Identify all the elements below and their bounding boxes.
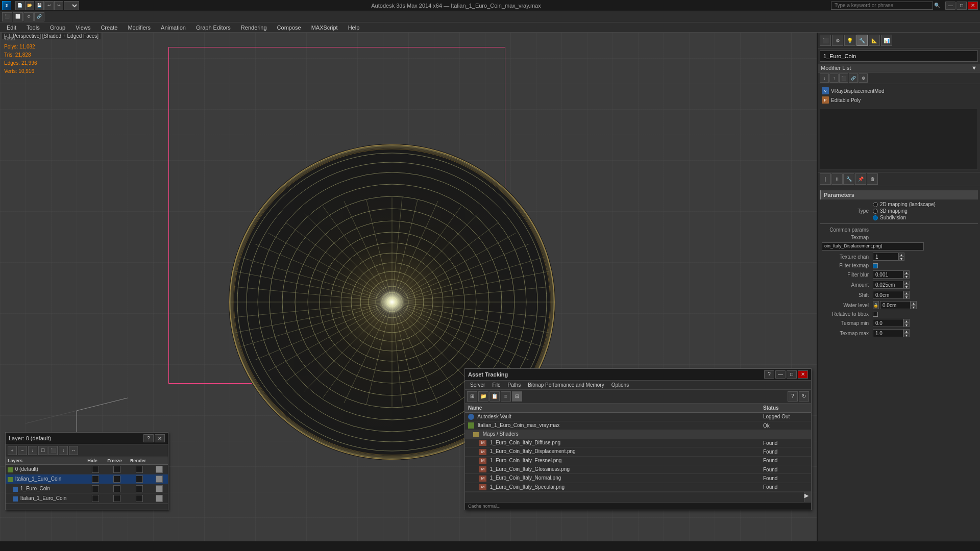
panel-icon-5[interactable]: 📐 [869, 35, 880, 46]
menu-views[interactable]: Views [71, 23, 95, 32]
filter-blur-spin-btns[interactable]: ▲ ▼ [903, 270, 910, 279]
menu-help[interactable]: Help [344, 23, 364, 32]
asset-tb-btn-5[interactable]: ⊟ [512, 391, 522, 402]
panel-icon-1[interactable]: ⬛ [820, 35, 831, 46]
modifier-editable-poly[interactable]: P Editable Poly [820, 95, 978, 105]
layer-tb-new[interactable]: + [8, 446, 17, 455]
layer-freeze-3[interactable] [113, 495, 120, 502]
asset-tb-btn-1[interactable]: ⊞ [467, 391, 477, 402]
shift-down[interactable]: ▼ [903, 295, 910, 299]
amount-down[interactable]: ▼ [903, 285, 910, 289]
type-3d-mapping[interactable]: 3D mapping [873, 208, 936, 214]
close-button[interactable]: ✕ [968, 2, 978, 10]
layer-extra-0[interactable] [156, 466, 163, 473]
asset-menu-server[interactable]: Server [467, 382, 488, 388]
mod-sub-icon-3[interactable]: ⬛ [839, 73, 848, 83]
amount-spin-btns[interactable]: ▲ ▼ [903, 281, 910, 289]
asset-row-diffuse[interactable]: M 1_Euro_Coin_Italy_Diffuse.png Found [465, 438, 811, 447]
action-icon-5[interactable]: 🗑 [867, 173, 878, 185]
asset-refresh-icon[interactable]: ↻ [799, 391, 809, 402]
texmap-min-up[interactable]: ▲ [903, 319, 910, 323]
layer-extra-2[interactable] [156, 485, 163, 492]
action-icon-2[interactable]: ⏸ [831, 173, 843, 185]
filter-blur-up[interactable]: ▲ [903, 270, 910, 274]
modifier-list-dropdown-icon[interactable]: ▼ [971, 65, 977, 71]
texmap-max-spinner[interactable]: ▲ ▼ [873, 329, 910, 337]
layer-tb-select[interactable]: ☐ [38, 446, 47, 455]
asset-scroll-right[interactable]: ▶ [804, 492, 811, 502]
texture-chan-down[interactable]: ▼ [898, 257, 904, 261]
texmap-min-spinner[interactable]: ▲ ▼ [873, 319, 910, 327]
texmap-max-down[interactable]: ▼ [903, 333, 910, 337]
menu-rendering[interactable]: Rendering [236, 23, 272, 32]
relative-bbox-checkbox[interactable] [873, 312, 878, 317]
layer-row-2[interactable]: 1_Euro_Coin [6, 484, 168, 494]
asset-menu-paths[interactable]: Paths [505, 382, 524, 388]
layer-render-0[interactable] [136, 466, 143, 473]
asset-close-button[interactable]: ✕ [798, 370, 808, 379]
water-level-down[interactable]: ▼ [911, 305, 917, 309]
texture-chan-input[interactable] [873, 253, 898, 261]
water-level-spin-btns[interactable]: ▲ ▼ [911, 301, 917, 309]
toolbar-icon-4[interactable]: 🔗 [34, 12, 44, 21]
asset-tb-btn-2[interactable]: 📁 [478, 391, 488, 402]
layer-row-1[interactable]: Italian_1_Euro_Coin [6, 474, 168, 484]
texture-chan-spin-btns[interactable]: ▲ ▼ [898, 253, 904, 261]
layer-freeze-1[interactable] [113, 475, 120, 483]
layer-extra-3[interactable] [156, 495, 163, 502]
layer-tb-collapse[interactable]: ↔ [69, 446, 78, 455]
workspace-selector[interactable]: Workspace: Default [64, 1, 79, 10]
layer-tb-add[interactable]: ↓ [28, 446, 37, 455]
layer-scroll-track[interactable] [6, 504, 168, 510]
panel-icon-4[interactable]: 🔧 [856, 35, 868, 46]
asset-menu-bitmap-perf[interactable]: Bitmap Performance and Memory [525, 382, 607, 388]
asset-row-maps-folder[interactable]: Maps / Shaders [465, 430, 811, 438]
toolbar-icon-1[interactable]: ⬛ [2, 12, 12, 21]
amount-spinner[interactable]: ▲ ▼ [873, 281, 910, 289]
mod-sub-icon-5[interactable]: ⚙ [859, 73, 868, 83]
asset-minimize-button[interactable]: — [775, 370, 786, 379]
menu-create[interactable]: Create [96, 23, 122, 32]
water-level-input[interactable] [880, 301, 911, 309]
menu-edit[interactable]: Edit [2, 23, 21, 32]
layer-freeze-2[interactable] [113, 485, 120, 492]
panel-icon-6[interactable]: 📊 [881, 35, 892, 46]
asset-row-specular[interactable]: M 1_Euro_Coin_Italy_Specular.png Found [465, 483, 811, 491]
undo-button[interactable]: ↩ [44, 1, 54, 10]
layer-help-button[interactable]: ? [143, 434, 154, 442]
type-2d-mapping[interactable]: 2D mapping (landscape) [873, 202, 936, 207]
texmap-max-input[interactable] [873, 329, 903, 337]
menu-group[interactable]: Group [45, 23, 70, 32]
filter-blur-down[interactable]: ▼ [903, 274, 910, 279]
layer-render-2[interactable] [136, 485, 143, 492]
minimize-button[interactable]: — [945, 2, 955, 10]
asset-row-glossiness[interactable]: M 1_Euro_Coin_Italy_Glossiness.png Found [465, 465, 811, 473]
menu-animation[interactable]: Animation [156, 23, 190, 32]
asset-row-maxfile[interactable]: Italian_1_Euro_Coin_max_vray.max Ok [465, 421, 811, 430]
layer-freeze-0[interactable] [113, 466, 120, 473]
redo-button[interactable]: ↪ [54, 1, 63, 10]
shift-input[interactable] [873, 291, 903, 299]
texture-chan-spinner[interactable]: ▲ ▼ [873, 253, 904, 261]
layer-close-button[interactable]: ✕ [155, 434, 165, 442]
layer-tb-expand[interactable]: ↕ [59, 446, 68, 455]
layer-extra-1[interactable] [156, 475, 163, 483]
layer-hide-3[interactable] [92, 495, 99, 502]
menu-graph-editors[interactable]: Graph Editors [191, 23, 235, 32]
new-file-button[interactable]: 📄 [15, 1, 24, 10]
asset-row-normal[interactable]: M 1_Euro_Coin_Italy_Normal.png Found [465, 474, 811, 483]
action-icon-4[interactable]: 📌 [855, 173, 866, 185]
modifier-vray-displacement[interactable]: V VRayDisplacementMod [820, 86, 978, 95]
texmap-max-spin-btns[interactable]: ▲ ▼ [903, 329, 910, 337]
layer-row-0[interactable]: 0 (default) [6, 465, 168, 474]
asset-row-fresnel[interactable]: M 1_Euro_Coin_Italy_Fresnel.png Found [465, 456, 811, 465]
open-file-button[interactable]: 📂 [25, 1, 34, 10]
search-input[interactable] [831, 2, 933, 10]
toolbar-icon-3[interactable]: ⚙ [23, 12, 34, 21]
layer-tb-highlight[interactable]: ⬛ [48, 446, 58, 455]
asset-row-vault[interactable]: Autodesk Vault Logged Out [465, 412, 811, 421]
toolbar-icon-2[interactable]: ⬜ [13, 12, 23, 21]
shift-spinner[interactable]: ▲ ▼ [873, 291, 910, 299]
layer-hide-2[interactable] [92, 485, 99, 492]
asset-tb-btn-3[interactable]: 📋 [489, 391, 500, 402]
